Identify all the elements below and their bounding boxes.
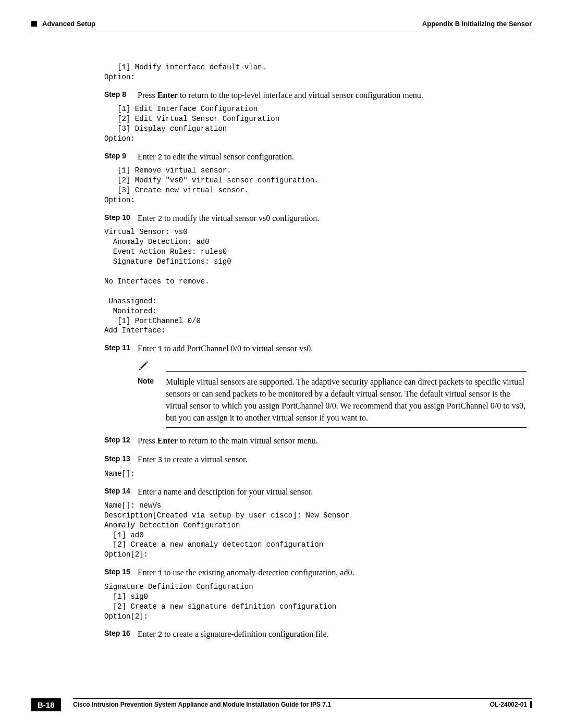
code-block-step10: Virtual Sensor: vs0 Anomaly Detection: a… [104, 227, 527, 336]
content: [1] Modify interface default-vlan. Optio… [104, 63, 527, 640]
step-label: Step 13 [104, 454, 138, 466]
section-marker-icon [31, 21, 37, 27]
footer-line: Cisco Intrusion Prevention System Applia… [73, 698, 532, 708]
mono: 2 [158, 215, 162, 223]
step-12: Step 12 Press Enter to return to the mai… [104, 435, 527, 447]
bold: Enter [157, 436, 178, 445]
step-body: Press Enter to return to the top-level i… [138, 90, 527, 101]
code-block-step15: Signature Definition Configuration [1] s… [104, 582, 527, 622]
text: to return to the main virtual sensor men… [178, 436, 318, 445]
step-15: Step 15 Enter 1 to use the existing anom… [104, 567, 527, 579]
mono: 3 [158, 456, 162, 464]
text: to modify the virtual sensor vs0 configu… [162, 214, 319, 223]
step-label: Step 8 [104, 90, 138, 101]
note-rule-bottom [166, 427, 527, 428]
text: to create a virtual sensor. [162, 455, 248, 464]
pencil-icon [138, 360, 151, 374]
step-label: Step 15 [104, 567, 138, 579]
page-header: Advanced Setup Appendix B Initializing t… [31, 20, 532, 28]
step-body: Enter a name and description for your vi… [138, 486, 527, 498]
text: to use the existing anomaly-detection co… [162, 568, 354, 577]
step-label: Step 9 [104, 151, 138, 163]
step-9: Step 9 Enter 2 to edit the virtual senso… [104, 151, 527, 163]
mono: 1 [158, 345, 162, 353]
text: to return to the top-level interface and… [178, 91, 423, 100]
text: Enter [138, 344, 158, 353]
step-body: Press Enter to return to the main virtua… [138, 435, 527, 447]
mono: 2 [158, 631, 162, 639]
step-body: Enter 2 to create a signature-definition… [138, 628, 527, 640]
text: Enter [138, 630, 158, 638]
header-rule [31, 31, 532, 31]
appendix-title: Appendix B Initializing the Sensor [422, 20, 532, 28]
page: Advanced Setup Appendix B Initializing t… [0, 0, 563, 728]
note-top [138, 360, 527, 374]
note-box: Note Multiple virtual sensors are suppor… [138, 360, 527, 428]
text: to add PortChannel 0/0 to virtual sensor… [162, 344, 313, 353]
section-title: Advanced Setup [42, 20, 95, 28]
bold: Enter [157, 91, 178, 100]
page-footer: B-18 Cisco Intrusion Prevention System A… [31, 698, 532, 708]
step-14: Step 14 Enter a name and description for… [104, 486, 527, 498]
step-label: Step 14 [104, 486, 138, 498]
code-block-step14: Name[]: newVs Description[Created via se… [104, 501, 527, 560]
step-13: Step 13 Enter 3 to create a virtual sens… [104, 454, 527, 466]
step-body: Enter 1 to add PortChannel 0/0 to virtua… [138, 343, 527, 355]
step-11: Step 11 Enter 1 to add PortChannel 0/0 t… [104, 343, 527, 355]
step-label: Step 12 [104, 435, 138, 447]
text: Press [138, 436, 157, 445]
step-label: Step 11 [104, 343, 138, 355]
step-16: Step 16 Enter 2 to create a signature-de… [104, 628, 527, 640]
text: to create a signature-definition configu… [162, 630, 328, 638]
note-row: Note Multiple virtual sensors are suppor… [138, 376, 527, 424]
step-body: Enter 2 to edit the virtual sensor confi… [138, 151, 527, 163]
code-block-step9: [1] Remove virtual sensor. [2] Modify "v… [104, 166, 527, 205]
mono: 2 [158, 153, 162, 162]
step-8: Step 8 Press Enter to return to the top-… [104, 90, 527, 101]
text: Enter [138, 568, 158, 577]
note-label: Note [138, 376, 166, 424]
footer-doc-id: OL-24002-01 [490, 701, 532, 708]
text: Enter [138, 214, 158, 223]
code-block-step13: Name[]: [104, 469, 527, 479]
step-body: Enter 2 to modify the virtual sensor vs0… [138, 213, 527, 225]
note-rule-top [166, 371, 527, 372]
step-label: Step 10 [104, 213, 138, 225]
header-left: Advanced Setup [31, 20, 95, 28]
text: to edit the virtual sensor configuration… [162, 152, 294, 161]
text: Enter [138, 455, 158, 464]
footer-title: Cisco Intrusion Prevention System Applia… [73, 701, 331, 708]
step-label: Step 16 [104, 628, 138, 640]
step-body: Enter 3 to create a virtual sensor. [138, 454, 527, 466]
code-block-top: [1] Modify interface default-vlan. Optio… [104, 63, 527, 82]
note-text: Multiple virtual sensors are supported. … [166, 376, 527, 424]
text: Press [138, 91, 157, 100]
step-body: Enter 1 to use the existing anomaly-dete… [138, 567, 527, 579]
mono: 1 [158, 569, 162, 577]
step-10: Step 10 Enter 2 to modify the virtual se… [104, 213, 527, 225]
code-block-step8: [1] Edit Interface Configuration [2] Edi… [104, 104, 527, 144]
text: Enter [138, 152, 158, 161]
page-number-badge: B-18 [31, 698, 61, 711]
